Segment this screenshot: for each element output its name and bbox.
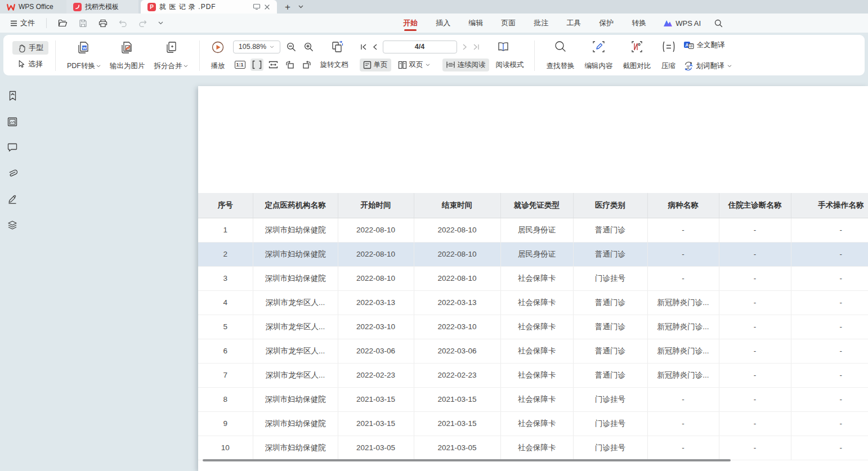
bookmarks-panel-button[interactable] [6,89,19,102]
last-page-button[interactable] [473,44,480,50]
chevron-down-icon [184,65,188,68]
rotate-right-button[interactable] [300,59,314,71]
new-tab-button[interactable]: + [285,2,290,12]
replace-pages-button[interactable] [329,39,346,55]
double-page-button[interactable]: 双页 [395,59,433,71]
divider [55,41,56,71]
rotate-left-icon [285,60,295,69]
wps-logo-icon [7,3,15,11]
table-cell: 社会保障卡 [500,411,573,436]
find-replace-button[interactable]: 查找替换 [542,39,580,72]
next-page-button[interactable] [463,44,467,50]
single-page-button[interactable]: 单页 [360,59,391,71]
rotate-left-button[interactable] [283,59,297,71]
zoom-level-select[interactable]: 105.88% [233,41,280,53]
compress-button[interactable]: 压缩 [656,39,681,72]
table-row: 7深圳市龙华区人...2022-02-232022-02-23社会保障卡普通门诊… [198,363,868,387]
table-cell: 6 [198,339,253,363]
column-header-8: 手术操作名称 [791,193,868,218]
menu-tab-2[interactable]: 编辑 [459,15,492,32]
table-cell: 2022-08-10 [338,242,414,266]
menu-tab-1[interactable]: 插入 [427,15,459,32]
table-cell: 社会保障卡 [500,387,573,411]
table-cell: - [791,339,868,363]
signature-icon [7,194,17,204]
split-merge-button[interactable]: 拆分合并 [150,39,193,72]
tab-document-active[interactable]: P 就 医 记 录 .PDF [141,0,277,14]
fit-width-button[interactable] [267,59,280,70]
file-menu-label: 文件 [20,18,35,28]
column-header-4: 就诊凭证类型 [500,193,573,218]
play-button[interactable]: 播放 [207,39,230,72]
menu-tab-3[interactable]: 页面 [492,15,525,32]
export-image-button[interactable]: 输出为图片 [105,39,150,72]
menu-tab-4[interactable]: 批注 [525,15,557,32]
actual-size-button[interactable]: 1:1 [233,59,247,70]
table-cell: - [719,411,791,436]
menu-tab-0[interactable]: 开始 [394,15,427,32]
table-cell: 社会保障卡 [500,436,573,460]
layers-panel-button[interactable] [6,218,19,232]
first-page-button[interactable] [360,44,367,50]
table-row: 3深圳市妇幼保健院2022-08-102022-08-10社会保障卡门诊挂号--… [198,266,868,290]
table-cell: 2 [198,242,253,266]
undo-history-chevron-icon[interactable] [155,20,167,26]
open-file-button[interactable] [55,18,71,28]
column-header-2: 开始时间 [338,193,414,218]
table-cell: - [719,339,791,363]
word-translate-icon: 文 A [683,61,693,71]
comments-panel-button[interactable] [6,141,19,154]
search-button[interactable] [709,19,728,28]
tab-wps-home[interactable]: WPS Office [0,0,66,14]
edit-content-button[interactable]: 编辑内容 [580,39,618,72]
full-translate-button[interactable]: A 字 全文翻译 [683,41,732,50]
file-menu-button[interactable]: 文件 [7,16,38,30]
read-mode-button[interactable]: 阅读模式 [493,59,527,71]
page-number-input[interactable]: 4/4 [383,41,457,53]
table-cell: 深圳市妇幼保健院 [253,436,338,460]
table-row: 9深圳市妇幼保健院2021-03-152021-03-15社会保障卡门诊挂号--… [198,411,868,436]
wps-ai-button[interactable]: WPS AI [655,19,709,28]
table-cell: 深圳市龙华区人... [253,363,338,387]
undo-button[interactable] [115,19,131,28]
thumbnails-panel-button[interactable] [6,115,19,128]
menu-tab-6[interactable]: 保护 [590,15,623,32]
continuous-read-button[interactable]: 连续阅读 [442,59,489,71]
close-tab-icon[interactable] [264,4,270,10]
attachments-panel-button[interactable] [6,167,19,180]
fit-page-button[interactable] [250,59,263,71]
table-cell: 2022-08-10 [414,218,500,242]
ribbon-toolbar: 手型 选择 W PDF转换 [3,35,865,75]
redo-button[interactable] [135,19,150,28]
table-cell: 深圳市妇幼保健院 [253,242,338,266]
menu-tab-5[interactable]: 工具 [557,15,590,32]
ribbon-menu-tabs: 开始插入编辑页面批注工具保护转换 [394,15,655,32]
table-cell: - [647,218,719,242]
signature-panel-button[interactable] [6,192,19,206]
export-image-icon [120,41,134,55]
table-cell: 新冠肺炎门诊... [647,363,719,387]
wps-ai-logo-icon [663,20,673,27]
read-mode-icon-slot[interactable] [495,39,511,54]
previous-page-button[interactable] [373,44,377,50]
hand-tool-button[interactable]: 手型 [12,41,48,55]
tab-list-chevron-icon[interactable] [298,5,303,8]
print-button[interactable] [95,18,111,29]
rotate-document-button[interactable]: 旋转文档 [317,59,352,71]
zoom-out-button[interactable] [285,41,298,53]
table-row: 10深圳市妇幼保健院2021-03-052021-03-05社会保障卡门诊挂号-… [198,436,868,460]
select-tool-button[interactable]: 选择 [12,57,48,71]
one-to-one-icon: 1:1 [235,61,245,69]
hamburger-icon [10,20,17,26]
menu-tab-7[interactable]: 转换 [623,15,655,32]
horizontal-scrollbar[interactable] [203,459,731,461]
pdf-convert-button[interactable]: W PDF转换 [62,39,105,72]
screenshot-compare-button[interactable]: 截图对比 [618,39,656,72]
monitor-icon[interactable] [253,3,261,10]
tab-docer-templates[interactable]: 找稻壳模板 [66,0,138,14]
zoom-in-button[interactable] [302,41,315,53]
thumbnails-icon [7,117,17,127]
table-cell: 1 [198,218,253,242]
save-button[interactable] [75,18,91,29]
word-translate-button[interactable]: 文 A 划词翻译 [683,61,732,71]
